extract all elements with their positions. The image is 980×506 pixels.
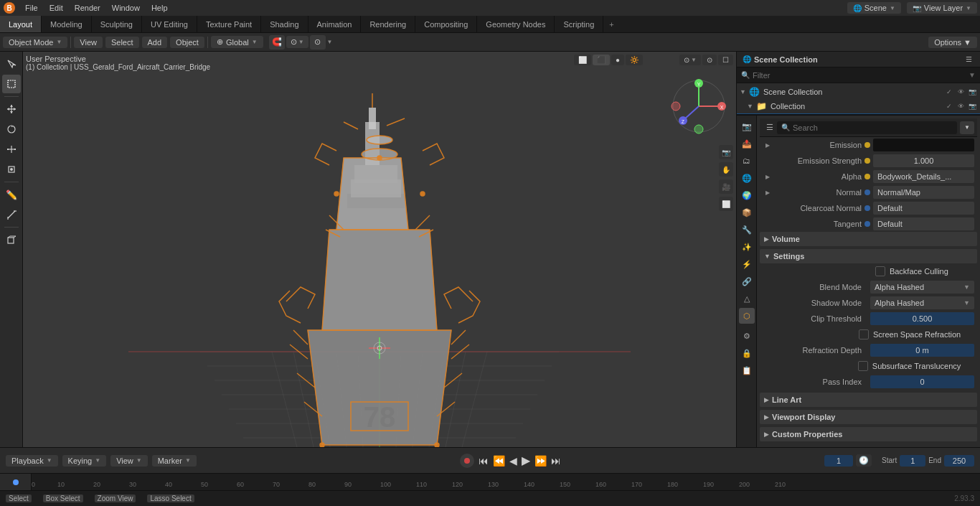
rotate-tool[interactable] <box>2 120 21 139</box>
view-menu[interactable]: View <box>74 37 103 48</box>
scene-collection-render[interactable]: 📷 <box>967 87 977 97</box>
cursor-tool[interactable] <box>2 55 21 73</box>
line-art-section-header[interactable]: ▶ Line Art <box>760 393 977 407</box>
outliner-item-collection[interactable]: ▼ 📁 Collection ✓ 👁 📷 <box>737 99 980 113</box>
select-menu[interactable]: Select <box>105 37 139 48</box>
add-menu[interactable]: Add <box>142 37 168 48</box>
shadow-mode-dropdown[interactable]: Alpha Hashed ▼ <box>870 296 974 309</box>
blend-mode-dropdown[interactable]: Alpha Hashed ▼ <box>870 281 974 294</box>
volume-section-header[interactable]: ▶ Volume <box>760 232 977 246</box>
add-workspace-button[interactable]: + <box>603 18 619 31</box>
current-frame-field[interactable]: 1 <box>824 455 853 467</box>
alpha-value[interactable]: Bodywork_Details_... <box>873 170 974 183</box>
emission-strength-value[interactable]: 1.000 <box>873 154 974 167</box>
normal-expand[interactable]: ▶ <box>763 189 773 196</box>
prop-render-icon[interactable]: 📷 <box>739 118 755 134</box>
select-box-tool[interactable] <box>2 75 21 93</box>
transform-tool[interactable] <box>2 160 21 179</box>
object-mode-dropdown[interactable]: Object Mode ▼ <box>3 37 67 48</box>
proportional-editing[interactable]: ⊙ <box>310 35 326 50</box>
scene-collection-exclude[interactable]: ✓ <box>944 87 954 97</box>
jump-start-button[interactable]: ⏮ <box>479 455 489 467</box>
collection-visibility[interactable]: 👁 <box>956 101 966 111</box>
prop-output-icon[interactable]: 📤 <box>739 136 755 151</box>
jump-end-button[interactable]: ⏭ <box>551 455 561 467</box>
marker-dropdown[interactable]: Marker ▼ <box>152 455 197 467</box>
snap-options[interactable]: ⊙▼ <box>286 36 308 48</box>
blender-logo[interactable]: B <box>3 1 16 14</box>
tab-compositing[interactable]: Compositing <box>415 16 477 32</box>
tab-layout[interactable]: Layout <box>0 16 42 32</box>
alpha-expand[interactable]: ▶ <box>763 174 773 180</box>
subsurface-translucency-checkbox[interactable] <box>858 361 868 371</box>
tab-uv-editing[interactable]: UV Editing <box>142 16 197 32</box>
screen-space-refraction-checkbox[interactable] <box>859 329 869 339</box>
tab-geometry-nodes[interactable]: Geometry Nodes <box>477 16 555 32</box>
playback-dropdown[interactable]: Playback ▼ <box>6 455 58 467</box>
clip-threshold-value[interactable]: 0.500 <box>870 312 974 325</box>
move-tool[interactable] <box>2 100 21 118</box>
prop-physics-icon[interactable]: ⚡ <box>739 256 755 272</box>
timeline-ruler-row[interactable]: 0 10 20 30 40 50 60 70 80 90 100 110 120… <box>0 473 980 490</box>
prop-object-icon[interactable]: 📦 <box>739 205 755 220</box>
end-frame-field[interactable]: 250 <box>944 455 974 467</box>
emission-color-value[interactable] <box>873 139 974 151</box>
tab-animation[interactable]: Animation <box>308 16 362 32</box>
viewport-shading-mode[interactable]: ⊙ ▼ <box>679 55 701 65</box>
prop-filter-button[interactable]: ☰ <box>763 121 777 135</box>
refraction-depth-value[interactable]: 0 m <box>870 344 974 357</box>
zoom-icon[interactable]: 🎥 <box>719 179 733 194</box>
collection-exclude[interactable]: ✓ <box>944 101 954 111</box>
timeline-view-dropdown[interactable]: View ▼ <box>110 455 148 467</box>
prop-shader-icon[interactable]: ⚙ <box>739 328 755 344</box>
normal-value[interactable]: Normal/Map <box>873 186 974 199</box>
navigation-gizmo[interactable]: X Y Z <box>670 78 727 135</box>
outliner-item-scene-collection[interactable]: ▼ 🌐 Scene Collection ✓ 👁 📷 <box>737 85 980 99</box>
frame-clock-btn[interactable]: 🕐 <box>856 454 872 467</box>
keying-dropdown[interactable]: Keying ▼ <box>62 455 107 467</box>
prop-object-constraints-icon[interactable]: 🔒 <box>739 345 755 361</box>
prop-constraints-icon[interactable]: 🔗 <box>739 273 755 289</box>
scale-tool[interactable] <box>2 140 21 159</box>
material-preview-mode[interactable]: ● <box>611 55 624 65</box>
object-menu[interactable]: Object <box>170 37 204 48</box>
collection-render[interactable]: 📷 <box>967 101 977 111</box>
prop-material-icon[interactable]: ⬡ <box>739 308 755 324</box>
wireframe-mode[interactable]: ⬜ <box>574 55 591 65</box>
outliner-search-bar[interactable]: 🔍 ▼ <box>737 67 980 83</box>
view-layer-selector[interactable]: 📷 View Layer ▼ <box>907 2 977 14</box>
annotate-tool[interactable]: ✏️ <box>2 185 21 204</box>
prop-world-icon[interactable]: 🌍 <box>739 187 755 203</box>
solid-mode[interactable]: ⬛ <box>593 55 610 65</box>
prop-search-input[interactable] <box>793 123 953 132</box>
custom-properties-section-header[interactable]: ▶ Custom Properties <box>760 427 977 441</box>
next-keyframe-button[interactable]: ⏩ <box>534 455 547 467</box>
menu-file[interactable]: File <box>20 2 43 14</box>
prop-scene-icon[interactable]: 🌐 <box>739 170 755 186</box>
tab-texture-paint[interactable]: Texture Paint <box>197 16 261 32</box>
viewport-display-overlay[interactable]: ⊙ <box>702 55 717 65</box>
backface-culling-checkbox[interactable] <box>875 266 885 276</box>
play-reverse-button[interactable]: ◀ <box>509 455 517 467</box>
scene-selector[interactable]: 🌐 Scene ▼ <box>847 2 901 14</box>
outliner-filter-icon[interactable]: ☰ <box>963 54 974 65</box>
tab-sculpting[interactable]: Sculpting <box>92 16 142 32</box>
pass-index-value[interactable]: 0 <box>870 375 974 388</box>
camera-view-icon[interactable]: 📷 <box>719 145 733 159</box>
grab-icon[interactable]: ✋ <box>719 162 733 177</box>
menu-edit[interactable]: Edit <box>44 2 68 14</box>
clearcoat-normal-value[interactable]: Default <box>873 202 974 215</box>
prop-modifier-icon[interactable]: 🔧 <box>739 222 755 238</box>
play-button[interactable]: ▶ <box>522 454 530 467</box>
prop-particles-icon[interactable]: ✨ <box>739 239 755 255</box>
start-frame-field[interactable]: 1 <box>900 455 925 467</box>
proportional-options[interactable]: ▼ <box>327 39 333 45</box>
menu-help[interactable]: Help <box>146 2 173 14</box>
viewport-display-section-header[interactable]: ▶ Viewport Display <box>760 410 977 424</box>
add-cube-tool[interactable] <box>2 230 21 249</box>
prop-line-art-icon[interactable]: 📋 <box>739 362 755 378</box>
prop-view-layer-icon[interactable]: 🗂 <box>739 153 755 169</box>
viewport-xray[interactable]: ☐ <box>718 55 733 65</box>
rendered-mode[interactable]: 🔆 <box>626 55 643 65</box>
snap-toggle[interactable]: 🧲 <box>269 35 285 50</box>
